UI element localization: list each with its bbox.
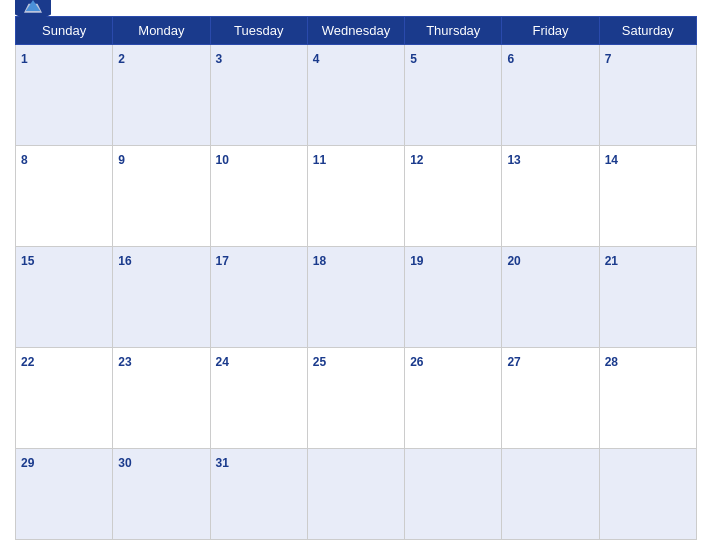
day-number: 3 — [216, 52, 223, 66]
calendar-day — [502, 448, 599, 539]
calendar-day: 10 — [210, 145, 307, 246]
weekday-header-monday: Monday — [113, 17, 210, 45]
calendar-day — [405, 448, 502, 539]
calendar-week-row: 293031 — [16, 448, 697, 539]
calendar-table: SundayMondayTuesdayWednesdayThursdayFrid… — [15, 16, 697, 540]
calendar-day: 8 — [16, 145, 113, 246]
day-number: 13 — [507, 153, 520, 167]
day-number: 20 — [507, 254, 520, 268]
calendar-day: 9 — [113, 145, 210, 246]
day-number: 4 — [313, 52, 320, 66]
calendar-day: 18 — [307, 246, 404, 347]
calendar-day — [599, 448, 696, 539]
day-number: 11 — [313, 153, 326, 167]
calendar-day: 26 — [405, 347, 502, 448]
logo-icon — [15, 0, 51, 24]
day-number: 7 — [605, 52, 612, 66]
calendar-week-row: 22232425262728 — [16, 347, 697, 448]
weekday-header-saturday: Saturday — [599, 17, 696, 45]
day-number: 30 — [118, 456, 131, 470]
calendar-day: 2 — [113, 45, 210, 146]
calendar-day: 25 — [307, 347, 404, 448]
day-number: 5 — [410, 52, 417, 66]
day-number: 1 — [21, 52, 28, 66]
weekday-header-wednesday: Wednesday — [307, 17, 404, 45]
day-number: 19 — [410, 254, 423, 268]
day-number: 27 — [507, 355, 520, 369]
weekday-header-tuesday: Tuesday — [210, 17, 307, 45]
calendar-week-row: 1234567 — [16, 45, 697, 146]
calendar-day: 21 — [599, 246, 696, 347]
calendar-day: 14 — [599, 145, 696, 246]
calendar-day: 22 — [16, 347, 113, 448]
calendar-day: 28 — [599, 347, 696, 448]
day-number: 28 — [605, 355, 618, 369]
calendar-week-row: 891011121314 — [16, 145, 697, 246]
day-number: 12 — [410, 153, 423, 167]
calendar-week-row: 15161718192021 — [16, 246, 697, 347]
weekday-header-friday: Friday — [502, 17, 599, 45]
calendar-day: 20 — [502, 246, 599, 347]
calendar-day: 4 — [307, 45, 404, 146]
day-number: 29 — [21, 456, 34, 470]
calendar-day: 24 — [210, 347, 307, 448]
day-number: 8 — [21, 153, 28, 167]
calendar-day: 31 — [210, 448, 307, 539]
calendar-day: 11 — [307, 145, 404, 246]
calendar-day: 16 — [113, 246, 210, 347]
calendar-day: 30 — [113, 448, 210, 539]
day-number: 22 — [21, 355, 34, 369]
day-number: 31 — [216, 456, 229, 470]
day-number: 17 — [216, 254, 229, 268]
day-number: 26 — [410, 355, 423, 369]
calendar-day: 3 — [210, 45, 307, 146]
calendar-day: 29 — [16, 448, 113, 539]
logo — [15, 0, 51, 25]
day-number: 23 — [118, 355, 131, 369]
day-number: 6 — [507, 52, 514, 66]
weekday-header-thursday: Thursday — [405, 17, 502, 45]
day-number: 15 — [21, 254, 34, 268]
calendar-day: 13 — [502, 145, 599, 246]
calendar-day: 7 — [599, 45, 696, 146]
calendar-day: 15 — [16, 246, 113, 347]
calendar-day: 6 — [502, 45, 599, 146]
calendar-day: 19 — [405, 246, 502, 347]
calendar-day: 5 — [405, 45, 502, 146]
calendar-day: 23 — [113, 347, 210, 448]
calendar-day: 1 — [16, 45, 113, 146]
day-number: 16 — [118, 254, 131, 268]
day-number: 24 — [216, 355, 229, 369]
day-number: 18 — [313, 254, 326, 268]
day-number: 14 — [605, 153, 618, 167]
calendar-day: 27 — [502, 347, 599, 448]
calendar-day — [307, 448, 404, 539]
day-number: 21 — [605, 254, 618, 268]
calendar-day: 17 — [210, 246, 307, 347]
day-number: 10 — [216, 153, 229, 167]
day-number: 2 — [118, 52, 125, 66]
weekday-header-row: SundayMondayTuesdayWednesdayThursdayFrid… — [16, 17, 697, 45]
day-number: 25 — [313, 355, 326, 369]
day-number: 9 — [118, 153, 125, 167]
calendar-day: 12 — [405, 145, 502, 246]
